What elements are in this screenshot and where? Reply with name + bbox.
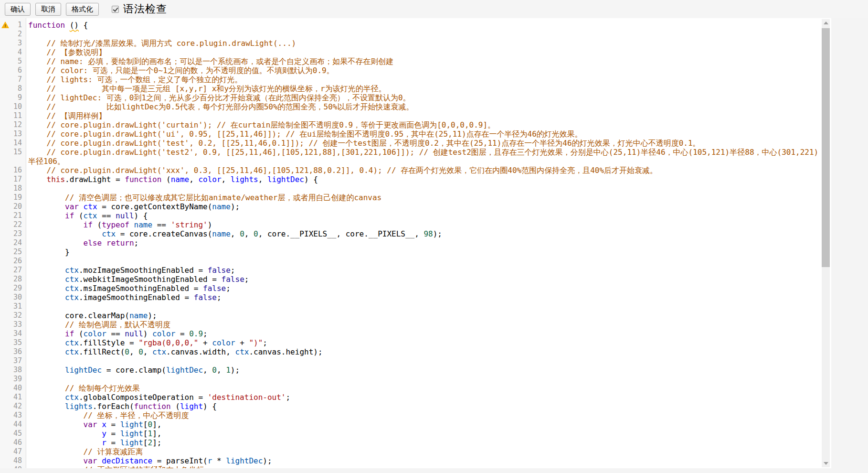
code-text[interactable]: // 正方形区域的直径和左上角坐标 xyxy=(26,465,821,468)
gutter-cell[interactable]: 16 xyxy=(0,166,26,175)
code-text[interactable]: // 计算衰减距离 xyxy=(26,447,821,456)
code-text[interactable]: ctx.msImageSmoothingEnabled = false; xyxy=(26,284,821,293)
gutter-cell[interactable]: !1 xyxy=(0,21,26,30)
gutter-cell[interactable]: 34 xyxy=(0,329,26,338)
code-text[interactable]: ctx.imageSmoothingEnabled = false; xyxy=(26,293,821,302)
code-text[interactable]: // lights: 可选，一个数组，定义了每个独立的灯光。 xyxy=(26,75,821,84)
gutter-cell[interactable]: 26 xyxy=(0,257,26,266)
code-text[interactable]: // 【调用样例】 xyxy=(26,111,821,120)
gutter-cell[interactable]: 3 xyxy=(0,39,26,48)
syntax-check-checkbox[interactable] xyxy=(112,6,119,13)
code-text[interactable]: var x = light[0], xyxy=(26,420,821,429)
code-text[interactable]: this.drawLight = function (name, color, … xyxy=(26,175,821,184)
code-text[interactable]: if (color == null) color = 0.9; xyxy=(26,329,821,338)
gutter-cell[interactable]: 6 xyxy=(0,66,26,75)
gutter-cell[interactable]: 20 xyxy=(0,202,26,211)
gutter-cell[interactable]: 22 xyxy=(0,220,26,229)
code-text[interactable]: ctx.webkitImageSmoothingEnabled = false; xyxy=(26,275,821,284)
gutter-cell[interactable]: 13 xyxy=(0,129,26,139)
gutter-cell[interactable]: 4 xyxy=(0,48,26,57)
gutter-cell[interactable]: 43 xyxy=(0,411,26,420)
code-text[interactable]: // 坐标，半径，中心不透明度 xyxy=(26,411,821,420)
code-text[interactable]: // 其中每一项是三元组 [x,y,r] x和y分别为该灯光的横纵坐标，r为该灯… xyxy=(26,84,821,93)
gutter-cell[interactable]: 30 xyxy=(0,293,26,302)
gutter-cell[interactable]: 28 xyxy=(0,275,26,284)
gutter-cell[interactable]: 17 xyxy=(0,175,26,184)
gutter-cell[interactable]: 39 xyxy=(0,375,26,384)
gutter-cell[interactable]: 38 xyxy=(0,366,26,375)
code-text[interactable]: // 绘制灯光/漆黑层效果。调用方式 core.plugin.drawLight… xyxy=(26,39,821,48)
gutter-cell[interactable]: 36 xyxy=(0,347,26,356)
vertical-scrollbar[interactable] xyxy=(822,19,830,467)
gutter-cell[interactable]: 12 xyxy=(0,120,26,129)
code-text[interactable] xyxy=(26,375,821,384)
gutter-cell[interactable]: 41 xyxy=(0,393,26,402)
gutter-cell[interactable]: 15 xyxy=(0,148,26,157)
gutter-cell[interactable]: 33 xyxy=(0,320,26,329)
cancel-button[interactable]: 取消 xyxy=(35,3,61,16)
gutter-cell[interactable]: 35 xyxy=(0,338,26,347)
code-text[interactable]: // core.plugin.drawLight('ui', 0.95, [[2… xyxy=(26,129,821,139)
code-text[interactable]: var ctx = core.getContextByName(name); xyxy=(26,202,821,211)
gutter-cell[interactable]: 27 xyxy=(0,266,26,275)
gutter-cell[interactable]: 11 xyxy=(0,111,26,120)
gutter-cell[interactable]: 45 xyxy=(0,429,26,438)
code-text[interactable]: // core.plugin.drawLight('test', 0.2, [[… xyxy=(26,139,821,148)
gutter-cell[interactable]: 7 xyxy=(0,75,26,84)
gutter-cell[interactable]: 14 xyxy=(0,139,26,148)
code-text[interactable]: // name: 必填，要绘制到的画布名；可以是一个系统画布，或者是个自定义画布… xyxy=(26,57,821,66)
gutter-cell[interactable]: 49 xyxy=(0,465,26,468)
gutter-cell[interactable]: 44 xyxy=(0,420,26,429)
code-text[interactable]: ctx = core.createCanvas(name, 0, 0, core… xyxy=(26,229,821,238)
code-text[interactable]: core.clearMap(name); xyxy=(26,311,821,320)
code-text[interactable]: var decDistance = parseInt(r * lightDec)… xyxy=(26,456,821,465)
gutter-cell[interactable]: 37 xyxy=(0,356,26,366)
gutter-cell[interactable]: 42 xyxy=(0,402,26,411)
code-text[interactable]: ctx.globalCompositeOperation = 'destinat… xyxy=(26,393,821,402)
gutter-cell[interactable]: 24 xyxy=(0,238,26,247)
code-text[interactable]: ctx.fillStyle = "rgba(0,0,0," + color + … xyxy=(26,338,821,347)
code-text[interactable]: // 比如lightDec为0.5代表，每个灯光部分内圈50%的范围全亮，50%… xyxy=(26,102,821,111)
gutter-cell[interactable]: 21 xyxy=(0,211,26,220)
gutter-cell[interactable]: 46 xyxy=(0,438,26,447)
code-text[interactable]: // 清空色调层；也可以修改成其它层比如animate/weather层，或者用… xyxy=(26,193,821,202)
code-text[interactable]: r = light[2]; xyxy=(26,438,821,447)
code-text[interactable]: if (typeof name == 'string') xyxy=(26,220,821,229)
code-text[interactable]: ctx.fillRect(0, 0, ctx.canvas.width, ctx… xyxy=(26,347,821,356)
code-text[interactable]: if (ctx == null) { xyxy=(26,211,821,220)
code-text[interactable]: // lightDec: 可选，0到1之间，光从多少百分比才开始衰减（在此范围内… xyxy=(26,93,821,102)
gutter-cell[interactable]: 8 xyxy=(0,84,26,93)
gutter-cell[interactable]: 23 xyxy=(0,229,26,238)
confirm-button[interactable]: 确认 xyxy=(5,3,31,16)
code-text[interactable] xyxy=(26,184,821,193)
code-text[interactable] xyxy=(26,257,821,266)
code-text[interactable]: // color: 可选，只能是一个0~1之间的数，为不透明度的值。不填则默认为… xyxy=(26,66,821,75)
gutter-cell[interactable]: 40 xyxy=(0,384,26,393)
code-text[interactable]: function () { xyxy=(26,21,821,30)
code-text[interactable]: else return; xyxy=(26,238,821,247)
gutter-cell[interactable]: 18 xyxy=(0,184,26,193)
code-text[interactable]: // 【参数说明】 xyxy=(26,48,821,57)
scroll-down-icon[interactable] xyxy=(822,459,830,467)
code-text[interactable]: lightDec = core.clamp(lightDec, 0, 1); xyxy=(26,366,821,375)
code-editor[interactable]: !1function () {23 // 绘制灯光/漆黑层效果。调用方式 cor… xyxy=(0,18,831,468)
scroll-up-icon[interactable] xyxy=(822,19,830,27)
gutter-cell[interactable]: 47 xyxy=(0,447,26,456)
gutter-cell[interactable]: 9 xyxy=(0,93,26,102)
gutter-cell[interactable]: 25 xyxy=(0,247,26,257)
code-text[interactable] xyxy=(26,356,821,366)
gutter-cell[interactable]: 2 xyxy=(0,30,26,39)
code-text[interactable]: ctx.mozImageSmoothingEnabled = false; xyxy=(26,266,821,275)
format-button[interactable]: 格式化 xyxy=(66,3,99,16)
gutter-cell[interactable]: 19 xyxy=(0,193,26,202)
code-text[interactable]: // 绘制每个灯光效果 xyxy=(26,384,821,393)
gutter-cell[interactable]: 10 xyxy=(0,102,26,111)
code-text[interactable]: // core.plugin.drawLight('curtain'); // … xyxy=(26,120,821,129)
code-text[interactable]: lights.forEach(function (light) { xyxy=(26,402,821,411)
gutter-cell[interactable]: 48 xyxy=(0,456,26,465)
gutter-cell[interactable]: 29 xyxy=(0,284,26,293)
gutter-cell[interactable]: 5 xyxy=(0,57,26,66)
code-text[interactable]: y = light[1], xyxy=(26,429,821,438)
code-text[interactable] xyxy=(26,302,821,311)
gutter-cell[interactable]: 32 xyxy=(0,311,26,320)
